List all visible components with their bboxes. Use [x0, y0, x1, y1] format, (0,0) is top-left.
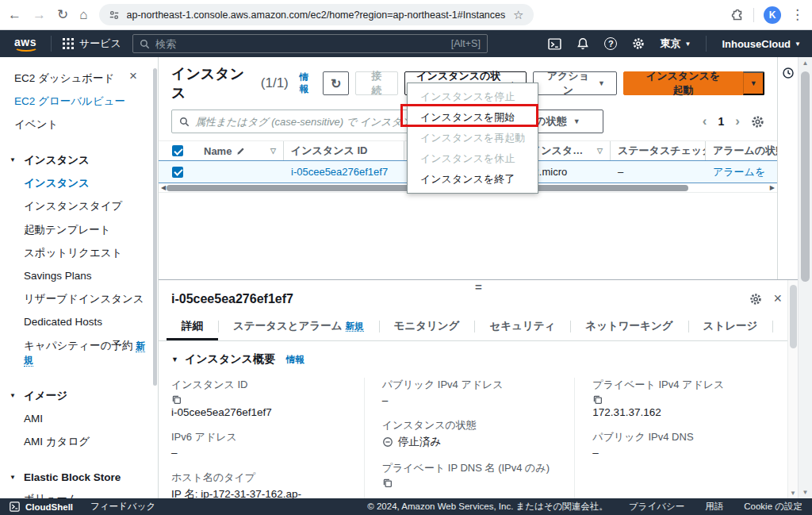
sidebar-item-instance-types[interactable]: インスタンスタイプ	[0, 195, 158, 218]
bookmark-star-icon[interactable]: ☆	[513, 8, 523, 22]
feedback-link[interactable]: フィードバック	[90, 501, 155, 513]
row-checkbox[interactable]	[172, 167, 183, 178]
alarm-link[interactable]: アラームを	[713, 165, 765, 179]
screen: ← → ↻ ⌂ ap-northeast-1.console.aws.amazo…	[0, 0, 812, 515]
sidebar-item-volumes[interactable]: ボリューム	[0, 487, 158, 498]
field-instance-id: インスタンス ID i-05cee5ea276ef1ef7	[171, 378, 348, 418]
column-header-alarm[interactable]: アラームの状態	[706, 141, 777, 160]
copy-icon[interactable]	[592, 394, 769, 405]
sidebar-item-reserved-instances[interactable]: リザーブドインスタンス	[0, 288, 158, 311]
copy-icon[interactable]	[171, 394, 348, 405]
tab-details[interactable]: 詳細	[167, 310, 218, 340]
panel-scrollbar-thumb[interactable]	[790, 285, 797, 348]
close-panel-icon[interactable]: ×	[773, 290, 782, 307]
panel-scrollbar[interactable]: ▼	[787, 280, 798, 498]
panel-drag-handle[interactable]: =	[475, 280, 481, 294]
services-label: サービス	[79, 37, 121, 51]
filter-icon[interactable]: ▽	[597, 147, 603, 155]
table-settings-gear-icon[interactable]	[751, 115, 764, 129]
home-icon[interactable]: ⌂	[79, 8, 87, 21]
tab-networking[interactable]: ネットワーキング	[570, 310, 688, 340]
prev-page-icon[interactable]: ‹	[703, 113, 707, 129]
menu-item-reboot-instance[interactable]: インスタンスを再起動	[408, 128, 538, 148]
filter-icon[interactable]: ▽	[270, 147, 276, 155]
browser-menu-icon[interactable]: ⋮	[791, 8, 804, 21]
sidebar-item-ami-catalog[interactable]: AMI カタログ	[0, 431, 158, 454]
back-icon[interactable]: ←	[8, 8, 21, 21]
site-settings-icon[interactable]	[109, 10, 120, 21]
panel-settings-gear-icon[interactable]	[749, 293, 762, 306]
tab-storage[interactable]: ストレージ	[688, 310, 773, 340]
sidebar-section-images[interactable]: ▼ イメージ	[0, 385, 158, 408]
info-link[interactable]: 情報	[286, 354, 304, 366]
services-menu[interactable]: サービス	[63, 37, 121, 51]
instance-id-link[interactable]: i-05cee5ea276ef1ef7	[291, 166, 388, 178]
settings-gear-icon[interactable]	[632, 37, 645, 50]
console-search-input[interactable]	[155, 38, 446, 50]
refresh-icon: ↻	[331, 76, 341, 91]
sidebar-item-savings-plans[interactable]: Savings Plans	[0, 265, 158, 288]
forward-icon[interactable]: →	[33, 8, 46, 21]
scroll-left-icon[interactable]: ◀	[161, 184, 166, 191]
caret-down-icon[interactable]: ▼	[171, 356, 178, 363]
aws-logo[interactable]: aws	[11, 36, 40, 52]
copy-icon[interactable]	[382, 478, 559, 488]
column-header-instance-id[interactable]: インスタンス ID	[284, 141, 404, 160]
sidebar-scrollbar[interactable]	[153, 68, 157, 386]
cloudshell-button[interactable]: CloudShell	[10, 502, 73, 512]
cookie-settings-link[interactable]: Cookie の設定	[744, 501, 802, 513]
refresh-button[interactable]: ↻	[323, 71, 349, 95]
caret-down-icon: ▼	[10, 392, 16, 399]
scroll-down-icon[interactable]: ▼	[799, 489, 812, 496]
console-search[interactable]: [Alt+S]	[132, 34, 488, 53]
sidebar-item-dedicated-hosts[interactable]: Dedicated Hosts	[0, 311, 158, 334]
page-scrollbar[interactable]: ▲ ▼	[798, 57, 812, 498]
url-text: ap-northeast-1.console.aws.amazon.com/ec…	[127, 10, 507, 21]
sidebar-item-dashboard[interactable]: EC2 ダッシュボード	[0, 67, 158, 90]
privacy-link[interactable]: プライバシー	[629, 501, 684, 513]
scroll-right-icon[interactable]: ▶	[770, 184, 775, 191]
section-title: インスタンス概要	[185, 352, 275, 367]
sidebar-item-launch-templates[interactable]: 起動テンプレート	[0, 218, 158, 241]
sidebar-item-spot-requests[interactable]: スポットリクエスト	[0, 241, 158, 264]
launch-instance-button[interactable]: インスタンスを起動	[623, 71, 743, 95]
scroll-down-icon[interactable]: ▼	[788, 490, 798, 497]
sidebar-item-ami[interactable]: AMI	[0, 408, 158, 431]
sidebar-item-instances[interactable]: インスタンス	[0, 172, 158, 195]
sidebar-item-global-view[interactable]: EC2 グローバルビュー	[0, 90, 158, 113]
notifications-bell-icon[interactable]	[576, 37, 589, 50]
page-scrollbar-thumb[interactable]	[801, 71, 810, 282]
caret-down-icon: ▼	[573, 117, 580, 125]
info-link[interactable]: 情報	[300, 71, 316, 95]
tab-status-alarms[interactable]: ステータスとアラーム新規	[218, 310, 379, 340]
column-header-status-check[interactable]: ステータスチェック	[611, 141, 706, 160]
avatar[interactable]: K	[764, 6, 781, 24]
tab-monitoring[interactable]: モニタリング	[379, 310, 475, 340]
sidebar-section-instances[interactable]: ▼ インスタンス	[0, 149, 158, 172]
menu-item-hibernate-instance[interactable]: インスタンスを休止	[408, 148, 538, 169]
extensions-icon[interactable]	[731, 9, 744, 21]
terms-link[interactable]: 用語	[705, 501, 723, 513]
sidebar-item-capacity-reservations[interactable]: キャパシティーの予約新規	[0, 334, 158, 371]
tab-security[interactable]: セキュリティ	[474, 310, 570, 340]
next-page-icon[interactable]: ›	[735, 113, 740, 129]
account-menu[interactable]: InhouseCloud ▼	[722, 38, 801, 50]
sidebar-section-ebs[interactable]: ▼ Elastic Block Store	[0, 467, 158, 487]
sidebar-item-events[interactable]: イベント	[0, 113, 158, 136]
select-all-checkbox[interactable]	[172, 145, 183, 156]
history-clock-icon[interactable]	[782, 67, 795, 279]
cloudshell-icon[interactable]	[548, 37, 561, 51]
region-selector[interactable]: 東京 ▼	[660, 37, 691, 51]
address-bar[interactable]: ap-northeast-1.console.aws.amazon.com/ec…	[99, 4, 534, 25]
scroll-up-icon[interactable]: ▲	[799, 60, 812, 67]
region-label: 東京	[660, 37, 680, 51]
column-header-name[interactable]: Name ▽	[197, 141, 284, 160]
caret-down-icon: ▼	[10, 474, 16, 481]
menu-item-terminate-instance[interactable]: インスタンスを終了	[408, 169, 538, 190]
reload-icon[interactable]: ↻	[57, 8, 68, 21]
actions-button[interactable]: アクション▼	[533, 71, 617, 95]
chevron-down-icon: ▼	[684, 40, 691, 48]
connect-button[interactable]: 接続	[355, 71, 398, 95]
launch-instance-caret-button[interactable]: ▼	[743, 71, 764, 95]
help-icon[interactable]: ?	[604, 37, 617, 50]
